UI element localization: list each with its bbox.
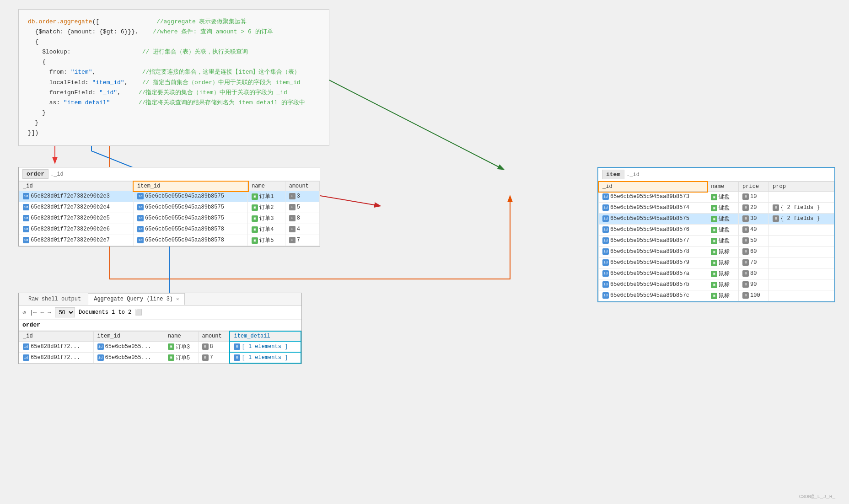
item-cell-price: ⊞30 [739,214,769,225]
code-line-3: { [28,37,320,47]
item-cell-prop [769,279,834,290]
code-line-11: } [28,118,320,128]
code-line-9: as: "item_detail" //指定将关联查询的结果存储到名为 item… [28,98,320,108]
item-table-row: id65e6cb5e055c945aa89b8578 ▣鼠标 ⊞60 [599,247,834,257]
tab-raw-shell[interactable]: Raw shell output [22,293,87,305]
item-cell-price: ⊞20 [739,203,769,214]
export-icon[interactable]: ⬜ [135,309,142,316]
order-table-container: order ._id _id item_id name amount id65e… [18,167,320,247]
item-cell-id: id65e6cb5e055c945aa89b8574 [599,203,707,214]
item-cell-id: id65e6cb5e055c945aa89b8578 [599,247,707,257]
item-cell-price: ⊞50 [739,236,769,247]
item-col-price: price [739,182,769,192]
item-cell-prop [769,290,834,301]
query-cell-name: ▣订单5 [164,352,198,363]
query-cell-amount: ⊞8 [198,341,230,352]
item-table: _id name price prop id65e6cb5e055c945aa8… [598,182,834,301]
query-cell-item-id: id65e6cb5e055... [93,352,164,363]
order-cell-id: id65e828d01f72e7382e90b2e7 [19,235,134,246]
item-table-row: id65e6cb5e055c945aa89b8576 ▣键盘 ⊞40 [599,225,834,236]
item-cell-id: id65e6cb5e055c945aa89b857a [599,268,707,279]
query-col-name: name [164,331,198,341]
item-table-row: id65e6cb5e055c945aa89b8574 ▣键盘 ⊞20 ⊞{ 2 … [599,203,834,214]
query-tab-bar: Raw shell output Aggregate Query (line 3… [19,293,301,306]
item-cell-prop: ⊞{ 2 fields } [769,203,834,214]
query-cell-item-detail: ⊞[ 1 elements ] [230,341,301,352]
order-cell-item-id: id65e6cb5e055c945aa89b8578 [134,224,248,235]
order-table-title: order [22,169,48,179]
query-cell-id: id65e828d01f72... [19,352,94,363]
page-info: Documents 1 to 2 [79,309,131,316]
order-cell-amount: ⊞4 [285,224,319,235]
item-cell-id: id65e6cb5e055c945aa89b8577 [599,236,707,247]
code-line-5: { [28,57,320,67]
order-cell-item-id: id65e6cb5e055c945aa89b8575 [134,213,248,224]
code-line-2: {$match: {amount: {$gt: 6}}}, //where 条件… [28,27,320,37]
order-col-id: _id [19,182,134,191]
item-cell-id: id65e6cb5e055c945aa89b8579 [599,257,707,268]
item-table-row: id65e6cb5e055c945aa89b857b ▣鼠标 ⊞90 [599,279,834,290]
query-cell-item-id: id65e6cb5e055... [93,341,164,352]
tab-aggregate-query[interactable]: Aggregate Query (line 3) ✕ [88,293,185,305]
code-block: db.order.aggregate([ //aggregate 表示要做聚集运… [18,9,329,146]
item-table-row: id65e6cb5e055c945aa89b8575 ▣键盘 ⊞30 ⊞{ 2 … [599,214,834,225]
item-cell-prop [769,257,834,268]
item-cell-prop [769,247,834,257]
item-cell-prop [769,268,834,279]
code-line-4: $lookup: // 进行集合（表）关联，执行关联查询 [28,47,320,57]
order-table-row: id65e828d01f72e7382e90b2e3 id65e6cb5e055… [19,191,320,202]
item-table-row: id65e6cb5e055c945aa89b8577 ▣键盘 ⊞50 [599,236,834,247]
code-line-7: localField: "item_id", // 指定当前集合（order）中… [28,78,320,88]
order-table-row: id65e828d01f72e7382e90b2e5 id65e6cb5e055… [19,213,320,224]
item-cell-price: ⊞10 [739,192,769,203]
item-table-title: item [602,170,624,179]
order-table: _id item_id name amount id65e828d01f72e7… [19,181,320,246]
item-cell-name: ▣鼠标 [707,290,739,301]
item-cell-id: id65e6cb5e055c945aa89b857c [599,290,707,301]
item-cell-price: ⊞100 [739,290,769,301]
code-line-1: db.order.aggregate([ //aggregate 表示要做聚集运… [28,17,320,27]
nav-next-icon[interactable]: → [48,309,51,316]
item-col-name: name [707,182,739,192]
query-table: _id item_id name amount item_detail id65… [19,331,301,364]
item-cell-name: ▣键盘 [707,225,739,236]
query-cell-item-detail: ⊞[ 1 elements ] [230,352,301,363]
item-cell-name: ▣键盘 [707,214,739,225]
refresh-icon[interactable]: ↺ [22,309,26,316]
query-col-item-id: item_id [93,331,164,341]
tab-close-icon[interactable]: ✕ [176,297,179,302]
order-cell-item-id: id65e6cb5e055c945aa89b8578 [134,235,248,246]
order-table-row: id65e828d01f72e7382e90b2e4 id65e6cb5e055… [19,202,320,213]
item-cell-id: id65e6cb5e055c945aa89b8575 [599,214,707,225]
order-cell-id: id65e828d01f72e7382e90b2e5 [19,213,134,224]
item-table-subtitle: ._id [626,172,639,178]
code-line-6: from: "item", //指定要连接的集合，这里是连接【item】这个集合… [28,67,320,77]
item-table-container: item ._id _id name price prop id65e6cb5e… [597,167,835,302]
order-table-row: id65e828d01f72e7382e90b2e6 id65e6cb5e055… [19,224,320,235]
item-cell-price: ⊞40 [739,225,769,236]
code-line-8: foreignField: "_id", //指定要关联的集合（item）中用于… [28,88,320,98]
item-cell-price: ⊞70 [739,257,769,268]
item-cell-prop [769,225,834,236]
item-cell-name: ▣鼠标 [707,268,739,279]
order-cell-name: ▣订单5 [248,235,285,246]
order-cell-item-id: id65e6cb5e055c945aa89b8575 [134,191,248,202]
page-size-select[interactable]: 50 [55,307,75,317]
order-cell-amount: ⊞8 [285,213,319,224]
nav-prev-icon[interactable]: ← [40,309,44,316]
order-table-row: id65e828d01f72e7382e90b2e7 id65e6cb5e055… [19,235,320,246]
code-line-12: }]) [28,128,320,138]
nav-start-icon[interactable]: |← [30,309,37,316]
watermark: CSDN@_L_J_H_ [799,494,835,499]
order-cell-id: id65e828d01f72e7382e90b2e3 [19,191,134,202]
item-cell-prop [769,236,834,247]
order-col-item-id: item_id [134,182,248,191]
order-table-title-bar: order ._id [19,167,320,181]
item-cell-id: id65e6cb5e055c945aa89b857b [599,279,707,290]
item-cell-prop [769,192,834,203]
item-table-title-bar: item ._id [598,168,834,182]
order-cell-name: ▣订单1 [248,191,285,202]
query-cell-name: ▣订单3 [164,341,198,352]
query-toolbar: ↺ |← ← → 50 Documents 1 to 2 ⬜ [19,306,301,320]
item-cell-name: ▣鼠标 [707,247,739,257]
